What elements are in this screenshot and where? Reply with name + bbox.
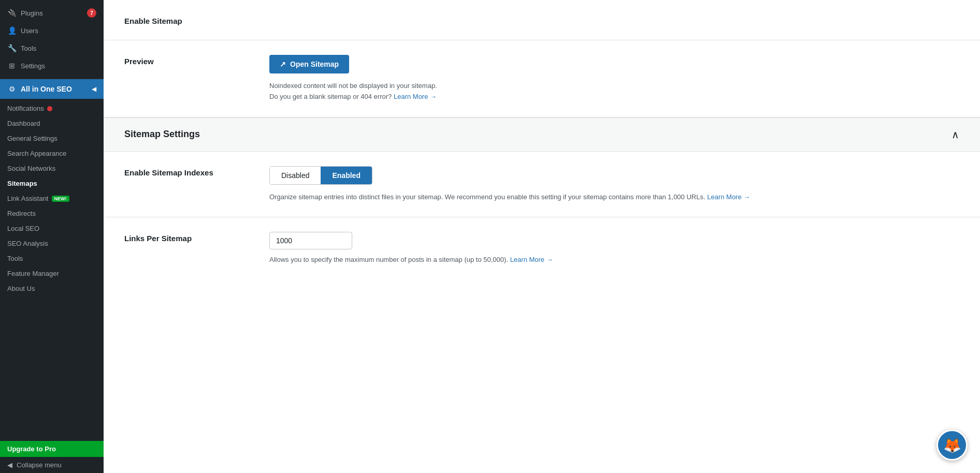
sidebar-item-settings[interactable]: ⊞ Settings [0,57,104,75]
tools-label: Tools [21,45,96,52]
aioseo-chevron-icon: ◀ [92,85,96,93]
sidebar-item-dashboard[interactable]: Dashboard [0,116,104,131]
redirects-label: Redirects [7,210,36,217]
enable-sitemap-label: Enable Sitemap [124,14,269,25]
new-badge: NEW! [52,196,69,202]
sitemap-indexes-toggle-group: Disabled Enabled [269,166,372,185]
preview-row: Preview ↗ Open Sitemap Noindexed content… [104,40,980,117]
enable-indexes-learn-more-link[interactable]: Learn More → [707,193,750,201]
enable-indexes-description: Organize sitemap entries into distinct f… [269,192,959,203]
sidebar-item-users[interactable]: 👤 Users [0,22,104,39]
tools-icon: 🔧 [7,43,17,53]
collapse-menu-button[interactable]: ◀ Collapse menu [0,457,104,473]
plugins-icon: 🔌 [7,8,17,18]
sidebar: 🔌 Plugins 7 👤 Users 🔧 Tools ⊞ Settings ⚙… [0,0,104,473]
notifications-label: Notifications [7,105,44,112]
sidebar-item-redirects[interactable]: Redirects [0,206,104,221]
local-seo-label: Local SEO [7,225,39,232]
users-icon: 👤 [7,26,17,35]
sidebar-item-feature-manager[interactable]: Feature Manager [0,266,104,281]
sidebar-item-about-us[interactable]: About Us [0,281,104,296]
enable-sitemap-indexes-row: Enable Sitemap Indexes Disabled Enabled … [104,152,980,218]
enable-sitemap-row: Enable Sitemap [104,0,980,40]
links-per-sitemap-input[interactable] [269,232,352,249]
enable-indexes-control: Disabled Enabled Organize sitemap entrie… [269,166,959,203]
preview-learn-more-link[interactable]: Learn More → [394,93,437,100]
users-label: Users [21,27,96,35]
seo-analysis-label: SEO Analysis [7,240,48,247]
links-per-sitemap-description: Allows you to specify the maximum number… [269,255,959,265]
open-sitemap-button[interactable]: ↗ Open Sitemap [269,55,349,73]
links-learn-more-label: Learn More → [510,256,553,263]
preview-learn-more-label: Learn More → [394,93,437,100]
feature-manager-label: Feature Manager [7,270,59,277]
links-learn-more-link[interactable]: Learn More → [510,256,553,263]
upgrade-label: Upgrade to Pro [7,445,56,453]
collapse-label: Collapse menu [17,461,62,469]
plugins-badge: 7 [87,8,96,18]
external-link-icon: ↗ [280,60,286,68]
about-us-label: About Us [7,285,35,292]
preview-note-line2: Do you get a blank sitemap or 404 error? [269,93,392,100]
sidebar-item-general-settings[interactable]: General Settings [0,131,104,146]
sitemap-settings-header[interactable]: Sitemap Settings ∧ [104,117,980,152]
enabled-label: Enabled [332,171,360,180]
links-per-sitemap-row: Links Per Sitemap Allows you to specify … [104,217,980,280]
tools-sub-label: Tools [7,255,23,262]
enable-indexes-desc-text: Organize sitemap entries into distinct f… [269,193,705,201]
links-per-sitemap-control: Allows you to specify the maximum number… [269,232,959,265]
main-content: Enable Sitemap Preview ↗ Open Sitemap No… [104,0,980,473]
sidebar-item-search-appearance[interactable]: Search Appearance [0,146,104,161]
enable-sitemap-indexes-label: Enable Sitemap Indexes [124,166,269,177]
settings-icon: ⊞ [7,61,17,70]
link-assistant-label: Link Assistant [7,195,49,202]
plugins-label: Plugins [21,9,83,17]
toggle-thumb [283,16,294,26]
sitemap-indexes-enabled-button[interactable]: Enabled [321,167,371,184]
sitemap-settings-title: Sitemap Settings [124,129,200,140]
dashboard-label: Dashboard [7,120,40,127]
aioseo-icon: ⚙ [7,84,17,94]
content-area: Enable Sitemap Preview ↗ Open Sitemap No… [104,0,980,473]
sidebar-top-section: 🔌 Plugins 7 👤 Users 🔧 Tools ⊞ Settings [0,0,104,79]
disabled-label: Disabled [281,171,309,180]
links-per-sitemap-label: Links Per Sitemap [124,232,269,243]
chevron-up-icon: ∧ [952,128,959,141]
sidebar-item-tools-wp[interactable]: 🔧 Tools [0,39,104,57]
sidebar-sub-section: Notifications Dashboard General Settings… [0,99,104,298]
links-desc-text: Allows you to specify the maximum number… [269,256,508,263]
general-settings-label: General Settings [7,135,57,142]
sidebar-item-notifications[interactable]: Notifications [0,101,104,116]
sidebar-item-aioseo[interactable]: ⚙ All in One SEO ◀ [0,79,104,99]
enable-indexes-learn-more-label: Learn More → [707,193,750,201]
sidebar-item-social-networks[interactable]: Social Networks [0,161,104,176]
sidebar-item-sitemaps[interactable]: Sitemaps [0,176,104,191]
settings-label: Settings [21,62,96,70]
preview-label: Preview [124,55,269,66]
sidebar-item-plugins[interactable]: 🔌 Plugins 7 [0,4,104,22]
sitemap-indexes-disabled-button[interactable]: Disabled [270,167,321,184]
notification-dot [47,106,52,111]
open-sitemap-label: Open Sitemap [290,60,339,68]
sitemaps-label: Sitemaps [7,180,37,187]
avatar-emoji: 🦊 [943,437,961,454]
search-appearance-label: Search Appearance [7,150,66,157]
sidebar-item-local-seo[interactable]: Local SEO [0,221,104,236]
collapse-arrow-icon: ◀ [7,461,12,469]
sidebar-item-link-assistant[interactable]: Link Assistant NEW! [0,191,104,206]
aioseo-label: All in One SEO [21,85,88,93]
sidebar-item-tools[interactable]: Tools [0,251,104,266]
upgrade-to-pro-button[interactable]: Upgrade to Pro [0,441,104,457]
social-networks-label: Social Networks [7,165,55,172]
preview-note-line1: Noindexed content will not be displayed … [269,82,437,90]
preview-note: Noindexed content will not be displayed … [269,81,959,102]
preview-control: ↗ Open Sitemap Noindexed content will no… [269,55,959,102]
floating-avatar[interactable]: 🦊 [936,430,968,461]
sidebar-item-seo-analysis[interactable]: SEO Analysis [0,236,104,251]
